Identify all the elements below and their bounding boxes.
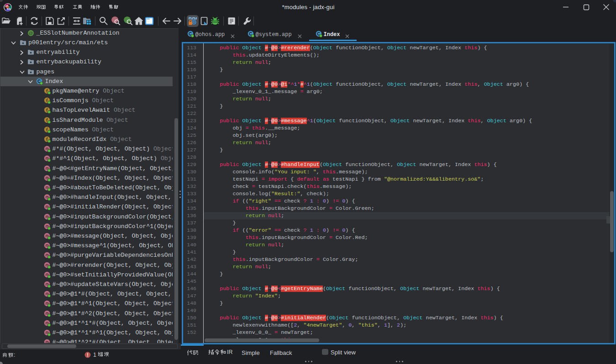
svg-text:DX: DX <box>7 8 11 10</box>
svg-text:JA: JA <box>5 5 9 7</box>
svg-text:@: @ <box>29 31 33 36</box>
